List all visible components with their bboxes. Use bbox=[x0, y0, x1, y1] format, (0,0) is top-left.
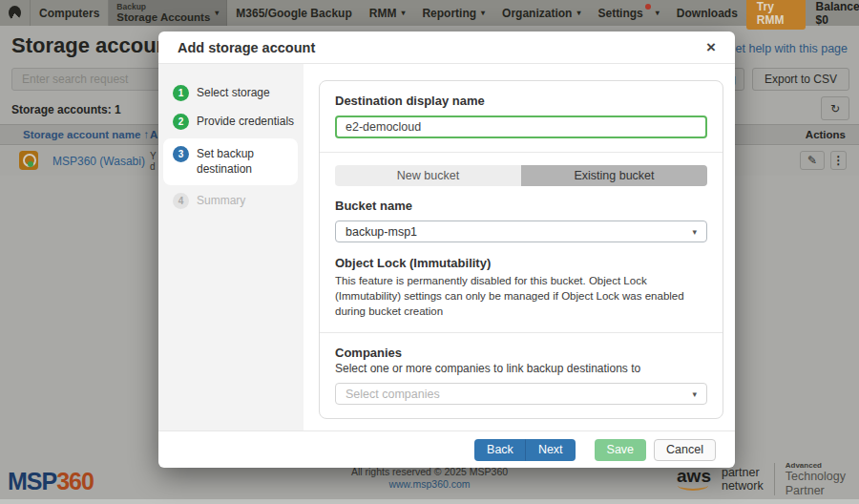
nav-item-settings[interactable]: Settings ▾ bbox=[589, 0, 667, 26]
object-lock-title: Object Lock (Immutability) bbox=[335, 256, 707, 270]
destination-section: Destination display name bbox=[320, 81, 723, 152]
companies-subtitle: Select one or more companies to link bac… bbox=[335, 362, 707, 375]
bottom-strip bbox=[0, 499, 859, 504]
nav-item-downloads[interactable]: Downloads bbox=[668, 0, 746, 26]
column-header-storage-account-name[interactable]: Storage account name ↑ bbox=[23, 129, 149, 140]
object-lock-description: This feature is permanently disabled for… bbox=[335, 273, 707, 319]
bucket-section: New bucket Existing bucket Bucket name b… bbox=[320, 152, 723, 332]
add-storage-account-modal: Add storage account × 1 Select storage 2… bbox=[158, 32, 735, 468]
caret-down-icon: ▾ bbox=[576, 10, 580, 17]
modal-title: Add storage account bbox=[178, 40, 315, 55]
step-select-storage[interactable]: 1 Select storage bbox=[158, 79, 304, 108]
modal-content: Destination display name New bucket Exis… bbox=[304, 64, 735, 430]
nav-item-backup-storage-accounts[interactable]: Backup Storage Accounts ▾ bbox=[109, 0, 227, 26]
step-set-backup-destination[interactable]: 3 Set backup destination bbox=[163, 138, 298, 185]
caret-down-icon: ▾ bbox=[401, 10, 405, 17]
destination-display-name-input[interactable] bbox=[335, 116, 707, 138]
caret-down-icon: ▾ bbox=[481, 10, 485, 17]
top-navigation: Computers Backup Storage Accounts ▾ M365… bbox=[0, 0, 859, 26]
caret-down-icon: ▾ bbox=[692, 389, 697, 399]
column-header-actions: Actions bbox=[806, 129, 846, 140]
sort-asc-icon: ↑ bbox=[144, 129, 150, 140]
app-logo[interactable] bbox=[0, 0, 31, 26]
step-summary[interactable]: 4 Summary bbox=[158, 187, 304, 216]
save-button[interactable]: Save bbox=[595, 439, 647, 461]
divider bbox=[774, 463, 775, 495]
try-rmm-button[interactable]: Try RMM bbox=[746, 0, 806, 30]
nav-right-group: Try RMM Balance: $0 + Add ▾ ? ▾ ▾ bbox=[746, 0, 859, 26]
wasabi-storage-icon bbox=[19, 151, 38, 170]
refresh-icon: ↻ bbox=[830, 102, 840, 116]
export-csv-button[interactable]: Export to CSV bbox=[752, 68, 849, 91]
column-header-account[interactable]: A bbox=[150, 129, 157, 140]
destination-display-name-label: Destination display name bbox=[335, 94, 707, 108]
notification-dot bbox=[645, 4, 651, 10]
close-icon[interactable]: × bbox=[706, 39, 716, 55]
companies-label: Companies bbox=[335, 346, 707, 360]
step-provide-credentials[interactable]: 2 Provide credentials bbox=[158, 108, 304, 136]
next-button[interactable]: Next bbox=[526, 439, 576, 461]
storage-account-link[interactable]: MSP360 (Wasabi) bbox=[52, 155, 145, 168]
row-actions: ✎ ⋮ bbox=[800, 151, 847, 170]
edit-icon: ✎ bbox=[807, 154, 817, 167]
caret-down-icon: ▾ bbox=[215, 10, 219, 17]
wizard-stepper: 1 Select storage 2 Provide credentials 3… bbox=[158, 64, 304, 430]
caret-down-icon: ▾ bbox=[692, 227, 697, 237]
nav-item-m365-google-backup[interactable]: M365/Google Backup bbox=[227, 0, 360, 26]
modal-header: Add storage account × bbox=[158, 32, 735, 64]
caret-down-icon: ▾ bbox=[656, 10, 660, 17]
aws-logo: aws bbox=[677, 468, 711, 490]
step-number: 2 bbox=[173, 114, 189, 130]
back-next-group: Back Next bbox=[474, 439, 576, 461]
back-button[interactable]: Back bbox=[474, 439, 526, 461]
nav-item-organization[interactable]: Organization ▾ bbox=[493, 0, 589, 26]
cancel-button[interactable]: Cancel bbox=[654, 439, 716, 461]
row-account-text: Y bbox=[150, 151, 157, 161]
bucket-name-select[interactable]: backup-msp1 ▾ bbox=[335, 220, 707, 242]
msp360-pie-icon bbox=[9, 6, 21, 20]
nav-item-computers[interactable]: Computers bbox=[31, 0, 109, 26]
balance-label: Balance: $0 bbox=[816, 0, 859, 27]
storage-accounts-count: Storage accounts: 1 bbox=[11, 103, 121, 116]
bucket-tabs: New bucket Existing bucket bbox=[335, 165, 707, 186]
row-account-text: d bbox=[150, 161, 156, 172]
step-number: 4 bbox=[173, 193, 189, 209]
kebab-icon: ⋮ bbox=[833, 154, 845, 167]
nav-item-rmm[interactable]: RMM ▾ bbox=[361, 0, 414, 26]
more-actions-button[interactable]: ⋮ bbox=[830, 151, 847, 170]
step-number: 1 bbox=[173, 85, 189, 101]
refresh-button[interactable]: ↻ bbox=[821, 96, 849, 120]
modal-footer: Back Next Save Cancel bbox=[158, 430, 735, 468]
nav-item-reporting[interactable]: Reporting ▾ bbox=[413, 0, 493, 26]
edit-button[interactable]: ✎ bbox=[800, 151, 825, 170]
bucket-name-label: Bucket name bbox=[335, 199, 707, 213]
tab-new-bucket[interactable]: New bucket bbox=[335, 165, 521, 186]
tab-existing-bucket[interactable]: Existing bucket bbox=[521, 165, 707, 186]
companies-select[interactable]: Select companies ▾ bbox=[335, 383, 707, 405]
companies-section: Companies Select one or more companies t… bbox=[320, 332, 723, 418]
step-number: 3 bbox=[173, 146, 189, 162]
